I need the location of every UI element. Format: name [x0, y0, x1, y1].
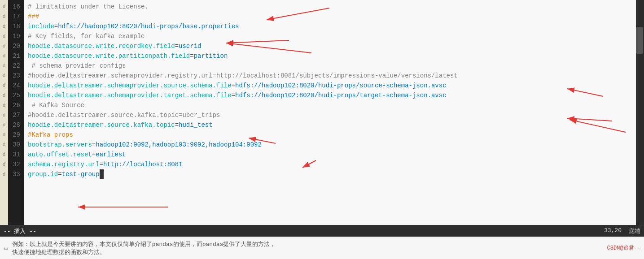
code-line-11: # Kafka Source — [28, 100, 632, 110]
code-line-1: # limitations under the License. — [28, 2, 632, 12]
code-line-7: # schema provider configs — [28, 61, 632, 71]
sidebar-char-17: d — [3, 160, 6, 169]
code-line-9: hoodie.deltastreamer.schemaprovider.sour… — [28, 81, 632, 91]
sidebar-char-10: d — [3, 91, 6, 100]
status-position: 33,20 — [604, 227, 622, 235]
code-line-3: include=hdfs://hadoop102:8020/hudi-props… — [28, 22, 632, 31]
cursor — [100, 169, 104, 179]
sidebar-char-2: d — [3, 12, 6, 22]
sidebar-char-1: d — [3, 2, 6, 12]
bottom-bar: ⇔ 例如：以上就是今天要讲的内容，本文仅仅简单介绍了pandas的使用，而pan… — [0, 237, 644, 259]
expand-icon: ⇔ — [4, 243, 9, 253]
code-content[interactable]: # limitations under the License. ### inc… — [24, 0, 636, 225]
line2-text: ### — [28, 13, 39, 20]
code-line-15: bootstrap.servers=hadoop102:9092,hadoop1… — [28, 140, 632, 150]
sidebar-char-14: d — [3, 130, 6, 140]
code-line-17: schema.registry.url=http://localhost:808… — [28, 160, 632, 169]
line-numbers: 16 17 18 19 20 21 22 23 24 25 26 27 28 2… — [8, 0, 24, 225]
code-line-5: hoodie.datasource.write.recordkey.field=… — [28, 41, 632, 51]
code-line-6: hoodie.datasource.write.partitionpath.fi… — [28, 51, 632, 61]
status-mode: -- 插入 -- — [4, 227, 36, 235]
left-sidebar: d d d d d d d d d d d d d d d d d d — [0, 0, 8, 225]
sidebar-char-12: d — [3, 110, 6, 120]
sidebar-char-16: d — [3, 150, 6, 160]
code-wrapper: 16 17 18 19 20 21 22 23 24 25 26 27 28 2… — [8, 0, 644, 225]
sidebar-char-4: d — [3, 31, 6, 41]
code-line-14: #Kafka props — [28, 130, 632, 140]
bottom-logo: CSDN@追君-- — [607, 244, 640, 252]
sidebar-char-11: d — [3, 100, 6, 110]
sidebar-char-18: d — [3, 169, 6, 179]
sidebar-char-15: d — [3, 140, 6, 150]
bottom-text: 例如：以上就是今天要讲的内容，本文仅仅简单介绍了pandas的使用，而panda… — [12, 240, 600, 256]
bottom-text-line2: 快速便捷地处理数据的函数和方法。 — [12, 248, 600, 256]
code-line-16: auto.offset.reset=earliest — [28, 150, 632, 160]
code-line-10: hoodie.deltastreamer.schemaprovider.targ… — [28, 91, 632, 100]
code-line-12: #hoodie.deltastreamer.source.kafka.topic… — [28, 110, 632, 120]
sidebar-char-9: d — [3, 81, 6, 91]
sidebar-char-7: d — [3, 61, 6, 71]
status-bar: -- 插入 -- 33,20 底端 — [0, 225, 644, 237]
code-line-18: group.id=test-group — [28, 169, 632, 179]
editor-area: d d d d d d d d d d d d d d d d d d 16 1… — [0, 0, 644, 225]
bottom-text-line1: 例如：以上就是今天要讲的内容，本文仅仅简单介绍了pandas的使用，而panda… — [12, 240, 600, 248]
sidebar-char-3: d — [3, 22, 6, 31]
sidebar-char-6: d — [3, 51, 6, 61]
right-sidebar — [636, 0, 644, 225]
sidebar-char-8: d — [3, 71, 6, 81]
sidebar-char-13: d — [3, 120, 6, 130]
status-location: 底端 — [629, 227, 640, 235]
line1-text: # limitations under the License. — [28, 3, 149, 10]
code-line-8: #hoodie.deltastreamer.schemaprovider.reg… — [28, 71, 632, 81]
code-line-13: hoodie.deltastreamer.source.kafka.topic=… — [28, 120, 632, 130]
code-line-2: ### — [28, 12, 632, 22]
status-right: 33,20 底端 — [604, 227, 640, 235]
sidebar-char-5: d — [3, 41, 6, 51]
scrollbar-thumb[interactable] — [636, 27, 643, 54]
code-line-4: # Key fields, for kafka example — [28, 31, 632, 41]
